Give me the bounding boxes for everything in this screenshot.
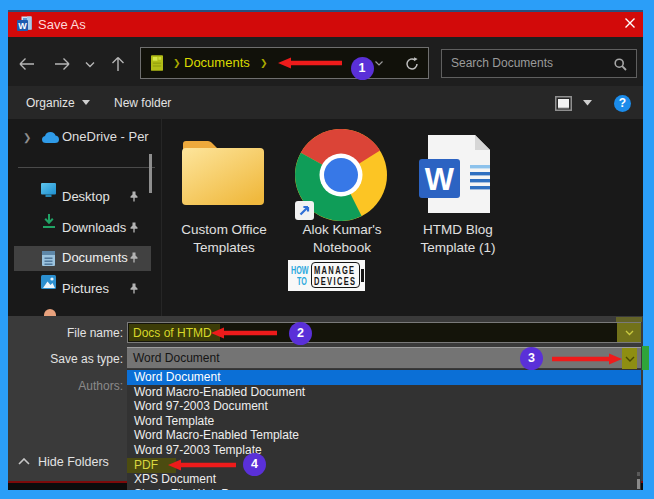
svg-text:W: W (425, 162, 455, 197)
svg-text:W: W (18, 21, 27, 31)
